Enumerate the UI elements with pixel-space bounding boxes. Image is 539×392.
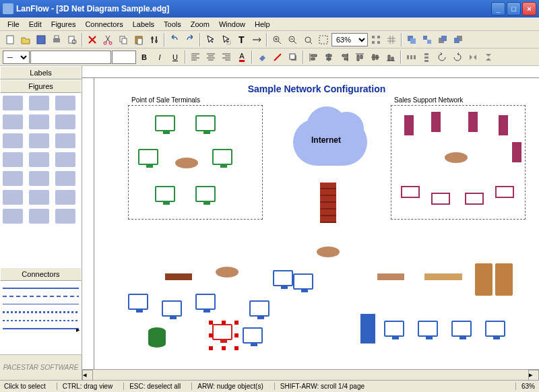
switch-right[interactable] bbox=[377, 273, 404, 280]
pos-terminal[interactable] bbox=[138, 149, 158, 165]
server-rack[interactable] bbox=[475, 263, 493, 296]
snap-button[interactable] bbox=[369, 32, 383, 47]
open-button[interactable] bbox=[18, 32, 33, 47]
align-objects-top[interactable] bbox=[352, 50, 367, 65]
sales-tower[interactable] bbox=[499, 115, 508, 135]
figure-stencil[interactable] bbox=[29, 190, 49, 205]
workstation[interactable] bbox=[418, 321, 438, 337]
print-preview-button[interactable] bbox=[65, 32, 80, 47]
line-color-button[interactable] bbox=[270, 50, 285, 65]
sales-tower[interactable] bbox=[404, 115, 414, 135]
distribute-v-button[interactable] bbox=[419, 50, 434, 65]
close-button[interactable]: × bbox=[522, 2, 536, 15]
align-center-button[interactable] bbox=[203, 50, 218, 65]
font-size-select[interactable] bbox=[112, 51, 136, 64]
rotate-left-button[interactable] bbox=[435, 50, 449, 65]
bold-button[interactable]: B bbox=[137, 50, 152, 65]
new-button[interactable] bbox=[3, 32, 18, 47]
flip-h-button[interactable] bbox=[466, 50, 480, 65]
workstation-selected[interactable] bbox=[212, 324, 232, 340]
zoom-region-button[interactable] bbox=[316, 32, 331, 47]
workstation[interactable] bbox=[243, 327, 263, 344]
figure-stencil[interactable] bbox=[29, 96, 49, 110]
align-objects-middle[interactable] bbox=[368, 50, 383, 65]
font-select[interactable] bbox=[30, 51, 111, 64]
select-tool[interactable] bbox=[218, 32, 233, 47]
sales-tower[interactable] bbox=[468, 112, 478, 132]
paste-button[interactable] bbox=[131, 32, 146, 47]
sales-laptop[interactable] bbox=[465, 193, 484, 205]
sales-tower[interactable] bbox=[512, 142, 521, 162]
flip-v-button[interactable] bbox=[481, 50, 496, 65]
figure-stencil[interactable] bbox=[3, 190, 23, 205]
undo-button[interactable] bbox=[167, 32, 182, 47]
figure-stencil[interactable] bbox=[3, 209, 23, 224]
print-button[interactable] bbox=[49, 32, 64, 47]
figures-panel-header[interactable]: Figures bbox=[0, 79, 82, 93]
figure-stencil[interactable] bbox=[55, 209, 75, 224]
connector-solid[interactable] bbox=[3, 288, 79, 289]
horizontal-scrollbar[interactable]: ◂ ▸ bbox=[82, 369, 539, 380]
selection-handle[interactable] bbox=[222, 346, 226, 350]
menu-file[interactable]: File bbox=[3, 19, 24, 30]
figure-stencil[interactable] bbox=[29, 152, 49, 167]
figure-stencil[interactable] bbox=[3, 171, 23, 186]
workstation[interactable] bbox=[485, 321, 505, 337]
connector-tool[interactable] bbox=[249, 32, 264, 47]
shadow-button[interactable] bbox=[286, 50, 300, 65]
italic-button[interactable]: I bbox=[152, 50, 167, 65]
pos-terminal[interactable] bbox=[155, 186, 175, 202]
distribute-h-button[interactable] bbox=[404, 50, 418, 65]
connector-dotted[interactable] bbox=[3, 311, 79, 313]
fill-color-button[interactable] bbox=[255, 50, 270, 65]
copy-button[interactable] bbox=[116, 32, 131, 47]
align-objects-bottom[interactable] bbox=[383, 50, 398, 65]
bring-front-button[interactable] bbox=[435, 32, 450, 47]
pos-terminal[interactable] bbox=[195, 115, 216, 131]
group-button[interactable] bbox=[404, 32, 419, 47]
maximize-button[interactable]: □ bbox=[507, 2, 521, 15]
workstation[interactable] bbox=[128, 294, 148, 310]
sales-laptop[interactable] bbox=[495, 186, 514, 198]
selection-handle[interactable] bbox=[209, 333, 213, 337]
selection-handle[interactable] bbox=[209, 321, 213, 325]
sales-router[interactable] bbox=[445, 152, 468, 163]
core-router[interactable] bbox=[317, 247, 340, 257]
sales-laptop[interactable] bbox=[431, 193, 450, 205]
line-style-select[interactable]: ─ bbox=[3, 51, 30, 64]
rotate-right-button[interactable] bbox=[450, 50, 465, 65]
zoom-in-button[interactable] bbox=[270, 32, 284, 47]
figure-stencil[interactable] bbox=[55, 96, 75, 110]
connector-arrow[interactable]: ▸ bbox=[3, 328, 79, 329]
figure-stencil[interactable] bbox=[55, 133, 75, 148]
figure-stencil[interactable] bbox=[29, 133, 49, 148]
cut-button[interactable] bbox=[100, 32, 115, 47]
menu-window[interactable]: Window bbox=[214, 19, 250, 30]
underline-button[interactable]: U bbox=[168, 50, 183, 65]
workstation-tower[interactable] bbox=[360, 314, 375, 344]
pos-router[interactable] bbox=[175, 158, 198, 168]
align-left-button[interactable] bbox=[188, 50, 203, 65]
figure-stencil[interactable] bbox=[55, 190, 75, 205]
save-button[interactable] bbox=[34, 32, 49, 47]
workstation[interactable] bbox=[195, 294, 216, 310]
workstation[interactable] bbox=[384, 321, 404, 337]
connector-dashed[interactable] bbox=[3, 296, 79, 297]
menu-edit[interactable]: Edit bbox=[24, 19, 46, 30]
workstation[interactable] bbox=[162, 300, 182, 317]
align-objects-left[interactable] bbox=[306, 50, 321, 65]
align-objects-right[interactable] bbox=[337, 50, 352, 65]
labels-panel-header[interactable]: Labels bbox=[0, 66, 82, 79]
figure-stencil[interactable] bbox=[55, 115, 75, 129]
selection-handle[interactable] bbox=[234, 321, 239, 325]
workstation[interactable] bbox=[451, 321, 472, 337]
grid-button[interactable] bbox=[384, 32, 399, 47]
zoom-out-button[interactable] bbox=[285, 32, 300, 47]
figure-stencil[interactable] bbox=[3, 96, 23, 110]
selection-handle[interactable] bbox=[234, 333, 239, 337]
text-color-button[interactable]: A bbox=[234, 50, 249, 65]
pos-terminal[interactable] bbox=[212, 149, 232, 165]
selection-handle[interactable] bbox=[234, 346, 239, 350]
connectors-panel-header[interactable]: Connectors bbox=[0, 267, 82, 281]
menu-connectors[interactable]: Connectors bbox=[80, 19, 127, 30]
